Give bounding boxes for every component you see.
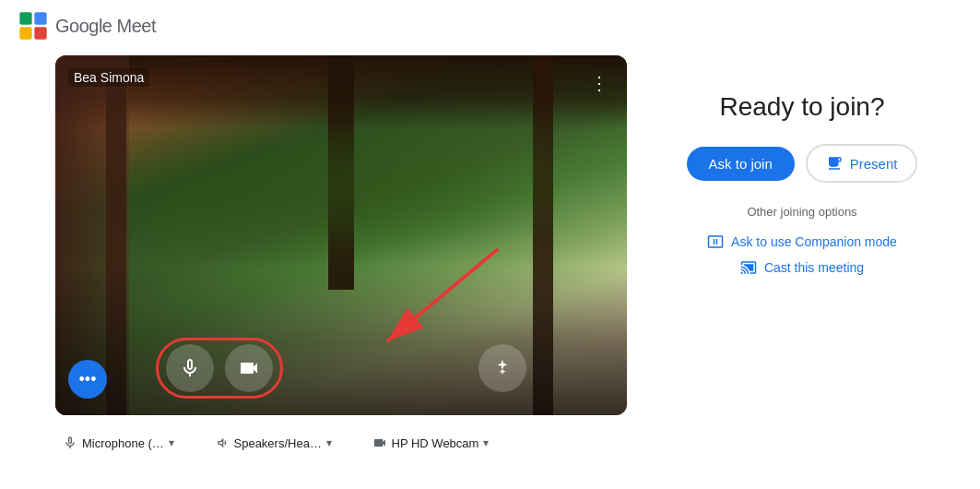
app-title: Google Meet bbox=[55, 16, 156, 37]
bottom-toolbar: Microphone (… ▾ · Speakers/Hea… ▾ · HP H… bbox=[0, 423, 980, 463]
svg-rect-2 bbox=[19, 27, 31, 39]
microphone-selector[interactable]: Microphone (… ▾ bbox=[55, 432, 182, 454]
microphone-label: Microphone (… bbox=[82, 436, 164, 450]
webcam-label: HP HD Webcam bbox=[392, 436, 479, 450]
greenery bbox=[129, 101, 553, 286]
video-preview: Bea Simona ⋮ ••• bbox=[55, 55, 627, 415]
right-panel: Ready to join? Ask to join Present Other… bbox=[682, 55, 922, 285]
camera-icon bbox=[238, 357, 260, 379]
ready-title: Ready to join? bbox=[719, 92, 884, 122]
microphone-chevron: ▾ bbox=[169, 436, 174, 449]
toolbar-divider-2: · bbox=[347, 436, 358, 450]
companion-mode-label: Ask to use Companion mode bbox=[731, 234, 897, 249]
companion-mode-link[interactable]: Ask to use Companion mode bbox=[707, 233, 897, 250]
effects-button[interactable] bbox=[478, 344, 526, 392]
svg-rect-0 bbox=[19, 12, 31, 24]
present-button[interactable]: Present bbox=[806, 144, 918, 183]
video-more-options-button[interactable]: ⋮ bbox=[584, 68, 614, 98]
svg-rect-1 bbox=[34, 12, 46, 24]
video-controls bbox=[55, 338, 627, 399]
microphone-icon bbox=[179, 357, 201, 379]
controls-highlight-box bbox=[156, 338, 283, 399]
camera-button[interactable] bbox=[225, 344, 273, 392]
toolbar-speakers-icon bbox=[215, 435, 230, 450]
toolbar-divider-1: · bbox=[189, 436, 200, 450]
webcam-selector[interactable]: HP HD Webcam ▾ bbox=[365, 432, 497, 454]
toolbar-microphone-icon bbox=[63, 435, 77, 450]
header: Google Meet bbox=[0, 0, 980, 52]
main-content: Bea Simona ⋮ ••• bbox=[0, 55, 980, 415]
google-meet-logo-icon bbox=[18, 11, 48, 41]
present-label: Present bbox=[850, 156, 898, 172]
svg-rect-3 bbox=[34, 27, 46, 39]
companion-mode-icon bbox=[707, 233, 724, 250]
participant-name: Bea Simona bbox=[68, 68, 149, 87]
webcam-chevron: ▾ bbox=[483, 436, 489, 449]
join-buttons: Ask to join Present bbox=[687, 144, 918, 183]
cast-meeting-link[interactable]: Cast this meeting bbox=[740, 259, 864, 276]
present-icon bbox=[826, 155, 843, 172]
microphone-button[interactable] bbox=[166, 344, 214, 392]
other-options-label: Other joining options bbox=[747, 205, 856, 219]
cast-icon bbox=[740, 259, 757, 276]
speakers-selector[interactable]: Speakers/Hea… ▾ bbox=[207, 432, 339, 454]
ask-to-join-button[interactable]: Ask to join bbox=[687, 147, 795, 181]
cast-meeting-label: Cast this meeting bbox=[764, 260, 864, 275]
toolbar-webcam-icon bbox=[372, 435, 387, 450]
speakers-chevron: ▾ bbox=[326, 436, 332, 449]
sparkle-icon bbox=[492, 358, 513, 378]
speakers-label: Speakers/Hea… bbox=[234, 436, 322, 450]
